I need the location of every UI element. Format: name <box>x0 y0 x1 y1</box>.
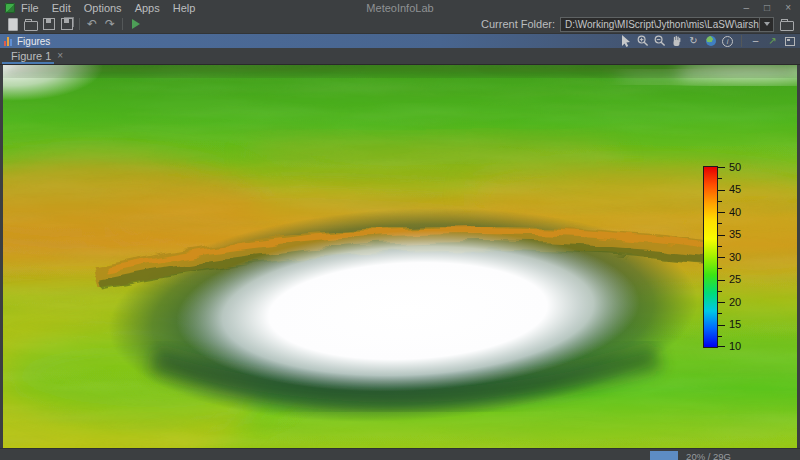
tab-figure-1[interactable]: Figure 1 × <box>0 48 71 64</box>
colorbar-tick-label: 20 <box>729 297 741 308</box>
open-button[interactable] <box>22 16 40 32</box>
colorbar: 50 45 40 35 30 25 20 15 10 <box>703 166 763 348</box>
zoom-in-icon <box>637 35 649 47</box>
figure-tab-bar: Figure 1 × <box>0 48 800 65</box>
rotate-button[interactable]: ↻ <box>687 35 700 47</box>
chevron-down-icon <box>764 22 770 26</box>
new-file-icon <box>8 18 18 31</box>
app-logo-icon <box>5 3 15 13</box>
redo-button[interactable]: ↷ <box>101 16 119 32</box>
save-all-icon <box>61 18 73 30</box>
colorbar-tick-label: 40 <box>729 207 741 218</box>
menu-apps[interactable]: Apps <box>135 2 160 14</box>
colorbar-tick-label: 30 <box>729 252 741 263</box>
menu-options[interactable]: Options <box>84 2 122 14</box>
window-title: MeteoInfoLab <box>366 2 433 14</box>
browse-folder-icon <box>780 21 794 31</box>
current-folder-group: Current Folder: D:\Working\MIScript\Jyth… <box>481 16 796 32</box>
figures-panel-icon <box>4 37 12 46</box>
colorbar-tick-label: 45 <box>729 184 741 195</box>
new-file-button[interactable] <box>4 16 22 32</box>
minimize-button[interactable]: – <box>744 1 750 14</box>
browse-folder-button[interactable] <box>778 16 796 32</box>
statusbar: 20% / 29G <box>0 448 800 460</box>
colorbar-tick-label: 50 <box>729 162 741 173</box>
memory-usage-text: 20% / 29G <box>686 451 731 460</box>
tab-label: Figure 1 <box>11 50 51 62</box>
figures-panel-title: Figures <box>17 36 50 47</box>
run-icon <box>132 19 140 29</box>
save-button[interactable] <box>40 16 58 32</box>
panel-minimize-icon: – <box>753 35 759 47</box>
colorbar-ticks: 50 45 40 35 30 25 20 15 10 <box>718 167 762 347</box>
full-extent-button[interactable] <box>704 35 717 47</box>
menubar: File Edit Options Apps Help <box>21 2 195 14</box>
colorbar-tick-label: 35 <box>729 229 741 240</box>
panel-tools-separator <box>741 35 742 47</box>
tab-close-icon[interactable]: × <box>57 51 63 61</box>
menu-file[interactable]: File <box>21 2 39 14</box>
toolbar-separator <box>122 18 123 30</box>
globe-icon <box>706 36 716 46</box>
run-script-button[interactable] <box>126 16 144 32</box>
toolbar-separator <box>79 18 80 30</box>
current-folder-combobox[interactable]: D:\Working\MIScript\Jython\mis\LaSW\airs… <box>560 17 774 32</box>
save-all-button[interactable] <box>58 16 76 32</box>
maximize-button[interactable]: □ <box>764 1 770 14</box>
current-folder-label: Current Folder: <box>481 18 555 30</box>
identify-button[interactable]: i <box>721 35 734 47</box>
undo-button[interactable]: ↶ <box>83 16 101 32</box>
memory-indicator[interactable]: 20% / 29G <box>650 451 731 460</box>
dock-window-icon <box>785 37 795 46</box>
float-panel-button[interactable]: ↗ <box>766 35 779 47</box>
volume-render-scene <box>3 65 797 448</box>
undo-icon: ↶ <box>87 18 97 30</box>
window-controls: – □ × <box>744 1 791 14</box>
info-icon: i <box>722 36 733 47</box>
figure-toolbar: ↻ i – ↗ <box>619 35 796 47</box>
figure-canvas[interactable]: 50 45 40 35 30 25 20 15 10 <box>0 65 800 448</box>
float-panel-icon: ↗ <box>768 35 776 47</box>
colorbar-tick-label: 10 <box>729 341 741 352</box>
minimize-panel-button[interactable]: – <box>749 35 762 47</box>
redo-icon: ↷ <box>105 18 115 30</box>
meteoinfolab-window: File Edit Options Apps Help MeteoInfoLab… <box>0 0 800 460</box>
zoom-in-button[interactable] <box>636 35 649 47</box>
menu-edit[interactable]: Edit <box>52 2 71 14</box>
rotate-icon: ↻ <box>689 35 697 47</box>
main-toolbar: ↶ ↷ Current Folder: D:\Working\MIScript\… <box>0 15 800 34</box>
colorbar-gradient <box>703 166 718 348</box>
colorbar-tick-label: 15 <box>729 319 741 330</box>
open-folder-icon <box>24 21 38 31</box>
titlebar: File Edit Options Apps Help MeteoInfoLab… <box>0 0 800 15</box>
dock-panel-button[interactable] <box>783 35 796 47</box>
hand-pan-icon <box>671 35 682 47</box>
memory-usage-bar <box>650 451 678 460</box>
cursor-arrow-icon <box>621 35 631 47</box>
figures-panel-header[interactable]: Figures ↻ i – ↗ <box>0 34 800 48</box>
pan-button[interactable] <box>670 35 683 47</box>
zoom-out-icon <box>654 35 666 47</box>
active-tab-underline <box>2 62 54 64</box>
combobox-dropdown-button[interactable] <box>759 18 773 31</box>
zoom-out-button[interactable] <box>653 35 666 47</box>
colorbar-tick-label: 25 <box>729 274 741 285</box>
current-folder-value: D:\Working\MIScript\Jython\mis\LaSW\airs… <box>561 19 759 30</box>
close-button[interactable]: × <box>785 1 791 14</box>
pointer-select-button[interactable] <box>619 35 632 47</box>
save-icon <box>43 18 55 30</box>
menu-help[interactable]: Help <box>173 2 196 14</box>
